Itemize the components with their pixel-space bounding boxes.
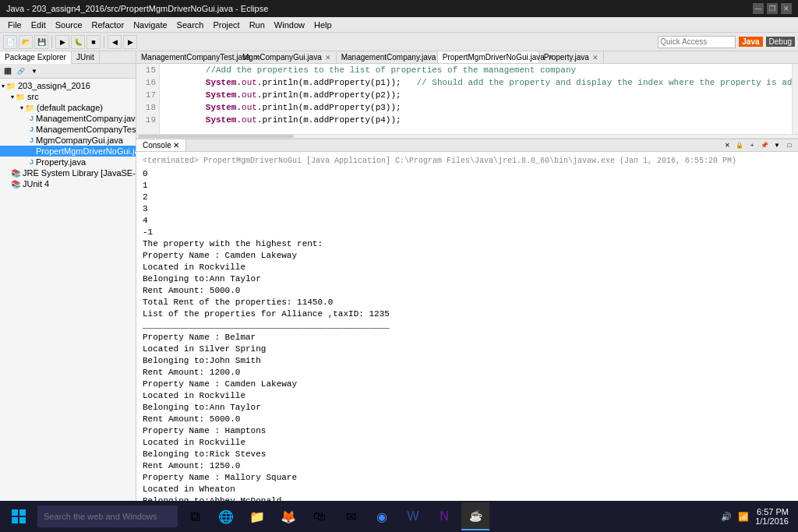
menu-help[interactable]: Help	[309, 19, 337, 31]
menu-run[interactable]: Run	[245, 19, 270, 31]
editor-tab-propertmgmdrivernogui.java[interactable]: PropertMgmDriverNoGui.java✕	[438, 51, 539, 63]
toolbar-back[interactable]: ◀	[108, 35, 122, 49]
close-button[interactable]: ✕	[781, 3, 792, 14]
menu-refactor[interactable]: Refactor	[87, 19, 129, 31]
tree-item-managementcompanytest.java[interactable]: JManagementCompanyTest.java	[0, 124, 136, 135]
tree-item-label: MgmCompanyGui.java	[36, 136, 123, 145]
taskbar-onenote-icon[interactable]: N	[430, 502, 458, 530]
console-line: Belonging to:Rick Steves	[143, 449, 792, 460]
menu-navigate[interactable]: Navigate	[129, 19, 171, 31]
link-with-editor-button[interactable]: 🔗	[15, 65, 27, 77]
editor-tab-managementcompanytest.java[interactable]: ManagementCompanyTest.java✕	[136, 51, 238, 63]
tree-item-managementcompany.java[interactable]: JManagementCompany.java	[0, 113, 136, 124]
console-maximize-button[interactable]: □	[784, 140, 795, 151]
taskbar-files-icon[interactable]: 📁	[243, 502, 271, 530]
taskbar-date: 1/1/2016	[755, 516, 789, 526]
console-line: 4	[143, 215, 792, 227]
view-menu-button[interactable]: ▼	[28, 65, 41, 77]
toolbar-forward[interactable]: ▶	[123, 35, 137, 49]
tree-item-203_assign4_2016[interactable]: ▾📁203_assign4_2016	[0, 80, 136, 91]
console-clear-button[interactable]: ✕	[722, 140, 733, 151]
tab-close-button[interactable]: ✕	[325, 54, 331, 62]
console-line: 1	[143, 180, 792, 192]
code-editor[interactable]: 15 16 17 18 19 //Add the properties to t…	[136, 64, 798, 134]
toolbar-new[interactable]: 📄	[3, 35, 17, 49]
tab-close-button[interactable]: ✕	[592, 54, 598, 62]
editor-scrollbar[interactable]	[792, 64, 798, 134]
console-line: 2	[143, 192, 792, 203]
console-toolbar: ✕ 🔒 + 📌 ▼ □	[719, 140, 798, 151]
tab-console[interactable]: Console ✕	[136, 139, 186, 151]
taskbar-eclipse-icon[interactable]: ☕	[461, 502, 489, 530]
debug-perspective-badge[interactable]: Debug	[766, 37, 795, 47]
taskbar-search-input[interactable]	[37, 506, 178, 527]
tree-item-propertmgmdrivernogui.java[interactable]: JPropertMgmDriverNoGui.java	[0, 146, 136, 157]
quick-access-input[interactable]	[658, 36, 736, 48]
expand-icon: ▾	[20, 104, 23, 111]
taskbar-task-view[interactable]: ⧉	[181, 502, 209, 530]
main-layout: Package Explorer JUnit ⬛ 🔗 ▼ ▾📁203_assig…	[0, 51, 798, 516]
console-new-button[interactable]: +	[747, 140, 757, 151]
taskbar-chrome-icon[interactable]: ◉	[368, 502, 396, 530]
console-line: Rent Amount: 5000.0	[143, 285, 792, 297]
menu-project[interactable]: Project	[208, 19, 244, 31]
menu-edit[interactable]: Edit	[26, 19, 51, 31]
editor-tab-managementcompany.java[interactable]: ManagementCompany.java✕	[337, 51, 438, 63]
tab-label: ManagementCompanyTest.java	[141, 53, 251, 62]
console-line: Total Rent of the properties: 11450.0	[143, 297, 792, 308]
console-line: Rent Amount: 1250.0	[143, 460, 792, 472]
menu-file[interactable]: File	[3, 19, 26, 31]
menu-window[interactable]: Window	[270, 19, 309, 31]
network-icon: 🔊	[721, 512, 732, 522]
taskbar-store-icon[interactable]: 🛍	[305, 502, 334, 530]
tree-item-property.java[interactable]: JProperty.java	[0, 157, 136, 167]
menu-source[interactable]: Source	[51, 19, 87, 31]
tree-item-label: JRE System Library [JavaSE-1.8]	[23, 168, 136, 178]
editor-tab-property.java[interactable]: Property.java✕	[539, 51, 604, 63]
windows-logo-icon	[11, 509, 26, 524]
line-numbers: 15 16 17 18 19	[136, 64, 160, 134]
taskbar-time: 6:57 PM	[755, 507, 789, 516]
package-explorer-tree: ▾📁203_assign4_2016▾📁src▾📁(default packag…	[0, 79, 136, 516]
taskbar-mail-icon[interactable]: ✉	[337, 502, 365, 530]
taskbar: ⧉ 🌐 📁 🦊 🛍 ✉ ◉ W N ☕ 🔊 📶 6:57 PM 1/1/2016	[0, 501, 798, 532]
tree-item-mgmcompanygui.java[interactable]: JMgmCompanyGui.java	[0, 135, 136, 146]
tree-item-src[interactable]: ▾📁src	[0, 91, 136, 102]
console-scroll-lock-button[interactable]: 🔒	[734, 140, 745, 151]
tree-item-label: (default package)	[37, 103, 103, 112]
java-file-icon: J	[30, 147, 34, 155]
maximize-button[interactable]: ❐	[767, 3, 778, 14]
console-line: Located in Rockville	[143, 437, 792, 449]
tab-junit[interactable]: JUnit	[72, 51, 100, 63]
tab-label: MgmCompanyGui.java	[242, 53, 322, 62]
collapse-all-button[interactable]: ⬛	[2, 65, 14, 77]
tree-item-junit-4[interactable]: 📚JUnit 4	[0, 178, 136, 189]
taskbar-word-icon[interactable]: W	[399, 502, 427, 530]
taskbar-edge-icon[interactable]: 🌐	[212, 502, 240, 530]
toolbar-save[interactable]: 💾	[34, 35, 48, 49]
tree-item-label: JUnit 4	[23, 179, 49, 188]
tab-package-explorer[interactable]: Package Explorer	[0, 51, 72, 64]
library-icon: 📚	[11, 169, 20, 178]
toolbar-debug[interactable]: 🐛	[71, 35, 85, 49]
toolbar-stop[interactable]: ■	[87, 35, 101, 49]
tree-item-(default-package)[interactable]: ▾📁(default package)	[0, 102, 136, 113]
toolbar-open[interactable]: 📂	[19, 35, 33, 49]
editor-tab-mgmcompanygui.java[interactable]: MgmCompanyGui.java✕	[238, 51, 337, 63]
minimize-button[interactable]: —	[753, 3, 764, 14]
taskbar-firefox-icon[interactable]: 🦊	[274, 502, 302, 530]
console-line: ________________________________________…	[143, 320, 792, 332]
java-file-icon: J	[30, 115, 34, 122]
console-line: Located in Wheaton	[143, 484, 792, 495]
console-line: Property Name : Belmar	[143, 332, 792, 344]
console-minimize-button[interactable]: ▼	[772, 140, 782, 151]
tree-item-jre-system-library-[javase-1.8][interactable]: 📚JRE System Library [JavaSE-1.8]	[0, 167, 136, 178]
menu-search[interactable]: Search	[172, 19, 209, 31]
java-perspective-badge[interactable]: Java	[739, 37, 762, 47]
console-line: List of the properties for Alliance ,tax…	[143, 308, 792, 320]
console-pin-button[interactable]: 📌	[759, 140, 770, 151]
title-bar: Java - 203_assign4_2016/src/PropertMgmDr…	[0, 0, 798, 17]
start-button[interactable]	[3, 502, 34, 530]
toolbar-run[interactable]: ▶	[55, 35, 69, 49]
tab-label: ManagementCompany.java	[341, 53, 436, 62]
